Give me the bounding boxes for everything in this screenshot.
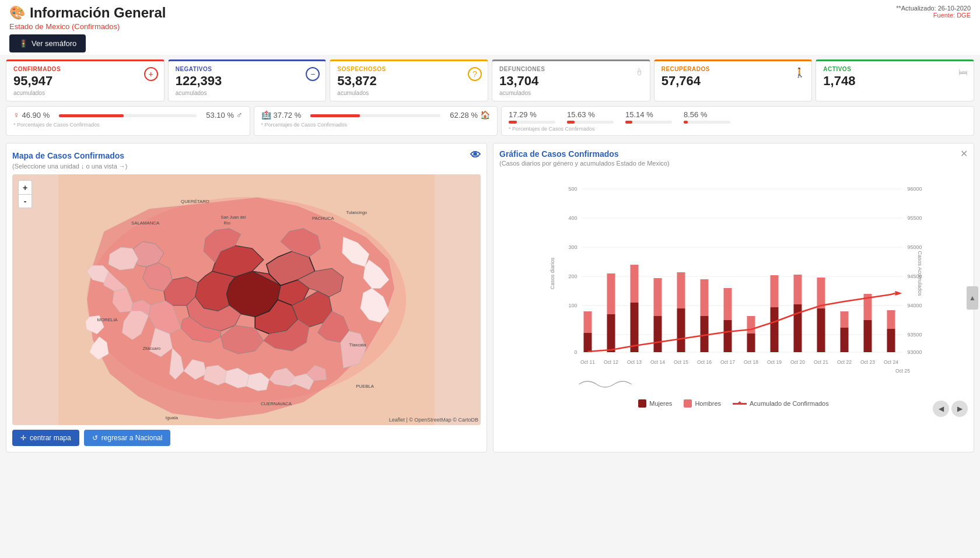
stat-card-defunciones: DEFUNCIONES 13,704 🕯 acumulados bbox=[492, 59, 650, 101]
pct-female: ♀ 46.90 % bbox=[13, 110, 50, 120]
stats-row: CONFIRMADOS 95,947 + acumulados NEGATIVO… bbox=[0, 55, 980, 106]
semaforo-icon: 🚦 bbox=[19, 39, 28, 48]
svg-text:96000: 96000 bbox=[908, 186, 922, 192]
svg-rect-44 bbox=[677, 308, 685, 352]
legend-acumulado-line bbox=[733, 403, 747, 405]
center-map-icon: ✛ bbox=[20, 434, 26, 442]
page-subtitle: Estado de Mexico (Confirmados) bbox=[9, 22, 971, 31]
eye-icon[interactable]: 👁 bbox=[470, 149, 481, 162]
map-title: Mapa de Casos Confirmados 👁 bbox=[12, 149, 481, 162]
svg-marker-64 bbox=[895, 291, 902, 296]
svg-rect-45 bbox=[677, 272, 685, 308]
pct-defunciones-card: 17.29 % 15.63 % 15.14 % 8.56 % * Porcent… bbox=[501, 106, 974, 136]
svg-text:94000: 94000 bbox=[908, 303, 922, 308]
legend-mujeres: Mujeres bbox=[638, 399, 672, 408]
semaforo-button[interactable]: 🚦 Ver semáforo bbox=[9, 34, 86, 52]
svg-rect-39 bbox=[607, 273, 615, 314]
scroll-right-button[interactable]: ▶ bbox=[951, 401, 968, 417]
legend-acumulado: Acumulado de Confirmados bbox=[733, 400, 829, 407]
chart-title: Gráfica de Casos Confirmados bbox=[499, 149, 968, 159]
svg-text:SALAMANCA: SALAMANCA bbox=[131, 220, 160, 226]
svg-text:93500: 93500 bbox=[908, 332, 922, 338]
svg-rect-52 bbox=[771, 307, 779, 352]
map-zoom-controls: + - bbox=[18, 180, 32, 208]
chart-subtitle: (Casos diarios por género y acumulados E… bbox=[499, 160, 968, 167]
scroll-buttons: ◀ ▶ bbox=[933, 401, 968, 417]
sospechosos-icon: ? bbox=[468, 67, 482, 81]
map-subtitle: (Seleccione una unidad ↓ o una vista →) bbox=[12, 163, 481, 170]
pct-male: 53.10 % ♂ bbox=[206, 110, 242, 120]
svg-text:Oct 24: Oct 24 bbox=[884, 359, 898, 365]
center-map-button[interactable]: ✛ centrar mapa bbox=[12, 430, 79, 446]
stat-card-negativos: NEGATIVOS 122,393 − acumulados bbox=[168, 59, 327, 101]
svg-text:100: 100 bbox=[568, 303, 577, 308]
svg-rect-49 bbox=[724, 288, 732, 320]
negativos-icon: − bbox=[306, 67, 320, 81]
svg-text:Oct 13: Oct 13 bbox=[627, 359, 642, 365]
svg-rect-58 bbox=[841, 328, 849, 352]
svg-text:Oct 15: Oct 15 bbox=[674, 359, 688, 365]
confirmados-icon: + bbox=[144, 67, 158, 81]
svg-rect-41 bbox=[631, 265, 639, 303]
pct-def-1: 17.29 % bbox=[509, 110, 555, 124]
scroll-left-button[interactable]: ◀ bbox=[933, 401, 949, 417]
svg-rect-50 bbox=[747, 334, 755, 352]
svg-text:Iguala: Iguala bbox=[166, 415, 178, 420]
svg-rect-55 bbox=[794, 275, 802, 304]
svg-text:QUERÉTARO: QUERÉTARO bbox=[181, 199, 209, 204]
svg-text:Oct 22: Oct 22 bbox=[837, 359, 852, 365]
svg-text:200: 200 bbox=[568, 273, 577, 279]
svg-text:Oct 14: Oct 14 bbox=[650, 359, 665, 365]
svg-text:Casos diarios: Casos diarios bbox=[550, 257, 555, 289]
svg-text:Tlaxcala: Tlaxcala bbox=[349, 342, 366, 348]
svg-text:Zitácuaro: Zitácuaro bbox=[143, 346, 160, 351]
close-chart-button[interactable]: ✕ bbox=[960, 148, 968, 159]
legend-hombres: Hombres bbox=[684, 399, 721, 408]
svg-rect-43 bbox=[654, 278, 662, 316]
last-updated: **Actualizado: 26-10-2020 Fuente: DGE bbox=[896, 5, 971, 19]
zoom-in-button[interactable]: + bbox=[18, 180, 32, 194]
svg-text:CUERNAVACA: CUERNAVACA bbox=[261, 401, 292, 406]
legend-hombres-box bbox=[684, 399, 692, 408]
back-national-button[interactable]: ↺ regresar a Nacional bbox=[84, 430, 171, 446]
svg-text:95500: 95500 bbox=[908, 215, 922, 221]
svg-rect-53 bbox=[771, 275, 779, 307]
pct-hospital: 🏥 37.72 % bbox=[261, 110, 302, 120]
svg-text:Oct 21: Oct 21 bbox=[814, 359, 828, 365]
svg-rect-51 bbox=[747, 316, 755, 334]
stat-card-confirmados: CONFIRMADOS 95,947 + acumulados bbox=[6, 59, 164, 101]
svg-text:Oct 12: Oct 12 bbox=[604, 359, 618, 365]
svg-text:Oct 18: Oct 18 bbox=[744, 359, 758, 365]
page-title: 🎨 Información General bbox=[9, 5, 971, 21]
pct-gender-card: ♀ 46.90 % 53.10 % ♂ * Porcentajes de Cas… bbox=[6, 106, 250, 136]
svg-text:400: 400 bbox=[568, 215, 577, 221]
svg-text:San Juan del: San Juan del bbox=[221, 215, 246, 220]
map-svg: SALAMANCA QUERÉTARO San Juan del Río PAC… bbox=[12, 174, 481, 425]
activos-icon: 🛏 bbox=[958, 67, 968, 78]
legend-mujeres-box bbox=[638, 399, 646, 408]
svg-text:Oct 11: Oct 11 bbox=[580, 359, 595, 365]
svg-rect-62 bbox=[887, 329, 895, 352]
svg-text:PACHUCA: PACHUCA bbox=[312, 216, 334, 221]
map-container[interactable]: SALAMANCA QUERÉTARO San Juan del Río PAC… bbox=[12, 174, 481, 425]
scroll-up-button[interactable]: ▲ bbox=[967, 286, 978, 310]
pct-def-4: 8.56 % bbox=[684, 110, 730, 124]
pct-def-3: 15.14 % bbox=[625, 110, 672, 124]
svg-rect-37 bbox=[584, 311, 592, 333]
svg-text:Oct 23: Oct 23 bbox=[860, 359, 875, 365]
svg-text:93000: 93000 bbox=[908, 349, 922, 355]
chart-svg: 500 400 300 200 100 0 96000 95500 95000 … bbox=[499, 171, 968, 393]
svg-text:300: 300 bbox=[568, 244, 577, 250]
main-content: Mapa de Casos Confirmados 👁 (Seleccione … bbox=[0, 139, 980, 456]
stat-card-recuperados: RECUPERADOS 57,764 🚶 bbox=[654, 59, 813, 101]
svg-rect-56 bbox=[817, 308, 825, 352]
svg-rect-57 bbox=[817, 278, 825, 308]
pct-location-card: 🏥 37.72 % 62.28 % 🏠 * Porcentajes de Cas… bbox=[254, 106, 498, 136]
svg-text:Río: Río bbox=[223, 220, 230, 226]
zoom-out-button[interactable]: - bbox=[18, 194, 32, 208]
stat-card-activos: ACTIVOS 1,748 🛏 bbox=[816, 59, 974, 101]
svg-rect-60 bbox=[864, 320, 872, 352]
svg-text:Oct 16: Oct 16 bbox=[697, 359, 712, 365]
svg-text:500: 500 bbox=[568, 186, 577, 192]
svg-rect-46 bbox=[701, 316, 709, 352]
